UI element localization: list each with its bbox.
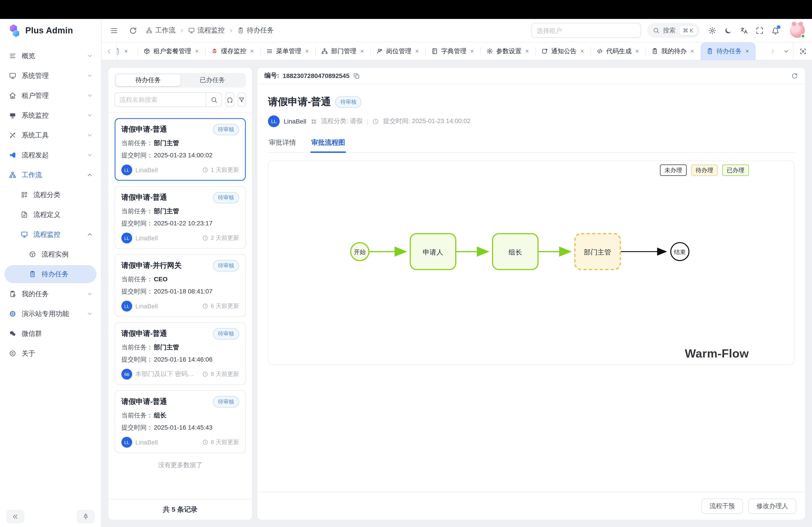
process-name-search-input[interactable] [115,92,206,107]
refresh-page-button[interactable] [127,24,140,37]
book-icon [431,48,438,55]
tab-clipped[interactable] [117,42,137,60]
dark-mode-toggle[interactable] [722,24,735,37]
close-icon[interactable] [525,49,530,54]
process-intervene-button[interactable]: 流程干预 [701,498,743,514]
close-icon[interactable] [194,49,199,54]
search-icon [211,96,217,103]
fullscreen-icon [756,26,764,34]
change-assignee-button[interactable]: 修改办理人 [749,498,796,514]
task-card[interactable]: 请假申请-普通 待审核 当前任务：部门主管 提交时间：2025-01-22 10… [115,186,246,249]
close-icon[interactable] [304,49,309,54]
close-icon[interactable] [415,49,420,54]
tab-param-settings[interactable]: 参数设置 [480,42,535,60]
flowchart-canvas[interactable]: 开始 申请人 组长 部门主管 结束 未办理 待办理 已办理 [268,161,794,365]
segment-done-tasks[interactable]: 已办任务 [180,74,245,86]
breadcrumb-process-monitor[interactable]: 流程监控 [188,26,224,35]
tabs-list-dropdown-button[interactable] [780,48,793,54]
segment-todo-tasks[interactable]: 待办任务 [116,74,180,86]
legend-handled: 已办理 [722,165,749,176]
tab-dict-management[interactable]: 字典管理 [425,42,480,60]
close-icon[interactable] [635,49,640,54]
sidebar-item-process-launch[interactable]: 流程发起 [0,145,101,165]
task-card[interactable]: 请假申请-普通 待审核 当前任务：部门主管 提交时间：2025-01-16 14… [115,322,246,385]
sidebar-item-tenant-management[interactable]: 租户管理 [0,86,101,105]
user-avatar[interactable] [790,23,805,38]
chevron-down-icon [783,48,789,54]
sidebar-item-my-tasks[interactable]: 我的任务 [0,284,101,304]
process-category: 流程分类: 请假 [321,117,363,125]
search-button[interactable] [206,92,222,107]
tab-menu-management[interactable]: 菜单管理 [260,42,315,60]
sidebar-item-process-monitor[interactable]: 流程监控 [0,225,101,244]
tab-dept-management[interactable]: 部门管理 [315,42,371,60]
sidebar-item-overview[interactable]: 概览 [0,46,101,66]
sidebar-item-process-definition[interactable]: 流程定义 [0,205,101,225]
task-card[interactable]: 请假申请-普通 待审核 当前任务：组长 提交时间：2025-01-16 14:4… [115,390,246,453]
hamburger-menu-button[interactable] [108,24,120,37]
tab-notice[interactable]: 通知公告 [535,42,591,60]
chevron-down-icon [87,92,93,99]
display-icon [9,112,16,119]
tab-code-gen[interactable]: 代码生成 [591,42,646,60]
sidebar-item-process-category[interactable]: 流程分类 [0,185,101,205]
content-fullscreen-button[interactable] [793,42,812,60]
tenant-select-input[interactable] [531,23,641,38]
close-icon[interactable] [690,49,695,54]
task-title: 请假申请-普通 [121,397,167,407]
breadcrumb-workflow[interactable]: 工作流 [146,26,175,35]
language-switch-button[interactable] [738,24,750,37]
sidebar-item-wechat-group[interactable]: 微信群 [0,324,101,344]
task-card[interactable]: 请假申请-普通 待审核 当前任务：部门主管 提交时间：2025-01-23 14… [115,118,246,181]
sidebar-item-process-instance[interactable]: 流程实例 [0,244,101,264]
filter-button[interactable] [237,92,246,107]
close-icon[interactable] [580,49,585,54]
close-icon[interactable] [745,49,750,54]
tab-approval-flowchart[interactable]: 审批流程图 [310,134,346,152]
status-badge: 待审核 [335,96,362,107]
monitor-icon [21,231,28,238]
refresh-icon [129,26,137,34]
code-icon [596,48,603,55]
sidebar: Plus Admin 概览 系统管理 租户管理 [0,19,102,527]
flow-legend: 未办理 待办理 已办理 [660,165,749,176]
overview-icon [9,52,16,60]
tabs-scroll-right-button[interactable] [766,48,780,54]
pin-sidebar-button[interactable] [77,510,95,523]
collapse-sidebar-button[interactable] [6,510,24,523]
tab-approval-detail[interactable]: 审批详情 [268,134,297,152]
tab-my-todo[interactable]: 我的待办 [646,42,700,60]
tools-icon [9,132,16,139]
settings-button[interactable] [706,24,719,37]
tabs-scroll-left-button[interactable] [102,42,117,60]
fullscreen-button[interactable] [753,24,766,37]
hamburger-icon [110,26,118,34]
tab-todo-tasks-active[interactable]: 待办任务 [700,42,756,60]
avatar: LL [121,437,132,448]
close-icon[interactable] [249,49,255,54]
close-icon[interactable] [469,49,475,54]
notifications-button[interactable] [769,24,782,37]
refresh-icon[interactable] [791,72,798,79]
reset-button[interactable] [226,92,234,107]
sidebar-item-system-tools[interactable]: 系统工具 [0,125,101,145]
close-icon[interactable] [360,49,364,54]
breadcrumb-todo-tasks[interactable]: 待办任务 [237,26,274,35]
close-icon[interactable] [124,49,129,54]
tab-cache-monitor[interactable]: 缓存监控 [205,42,260,60]
logo[interactable]: Plus Admin [0,19,101,42]
copy-icon[interactable] [353,72,360,79]
tab-post-management[interactable]: 岗位管理 [371,42,425,60]
task-card[interactable]: 请假申请-并行网关 待审核 当前任务：CEO 提交时间：2025-01-18 0… [115,254,246,317]
sidebar-item-system-monitor[interactable]: 系统监控 [0,105,101,125]
task-title: 请假申请-并行网关 [121,261,182,270]
sidebar-item-system-management[interactable]: 系统管理 [0,66,101,86]
sidebar-item-workflow[interactable]: 工作流 [0,165,101,185]
sidebar-item-demo-features[interactable]: 演示站专用功能 [0,304,101,324]
sidebar-item-about[interactable]: 关于 [0,344,101,363]
sidebar-item-todo-tasks[interactable]: 待办任务 [4,265,97,283]
tab-tenant-package[interactable]: 租户套餐管理 [137,42,205,60]
flow-node-end: 结束 [674,249,686,255]
global-search-button[interactable]: 搜索 ⌘ K [647,23,700,38]
org-tree-icon [321,48,328,55]
